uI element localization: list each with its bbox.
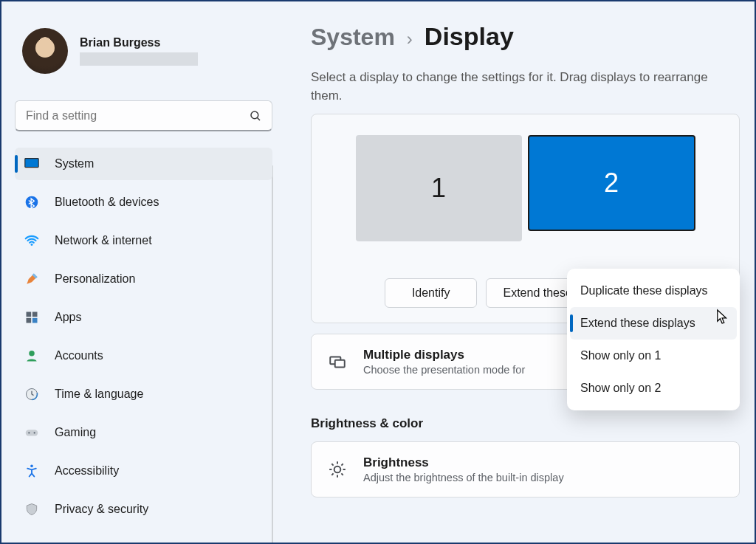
card-title: Brightness bbox=[363, 455, 564, 470]
svg-rect-8 bbox=[27, 318, 32, 323]
clock-globe-icon bbox=[24, 386, 40, 402]
sidebar-item-label: System bbox=[55, 157, 94, 171]
presentation-mode-menu: Duplicate these displays Extend these di… bbox=[567, 269, 740, 410]
search-input[interactable] bbox=[15, 100, 272, 131]
svg-rect-7 bbox=[32, 312, 38, 317]
brightness-card[interactable]: Brightness Adjust the brightness of the … bbox=[311, 441, 740, 497]
user-profile[interactable]: Brian Burgess bbox=[15, 24, 272, 78]
svg-rect-9 bbox=[32, 318, 38, 323]
user-subtext-placeholder bbox=[80, 52, 198, 66]
svg-rect-13 bbox=[26, 430, 38, 435]
sidebar-item-gaming[interactable]: Gaming bbox=[15, 416, 272, 449]
page-title: Display bbox=[425, 22, 514, 51]
display-1[interactable]: 1 bbox=[356, 135, 522, 241]
display-icon bbox=[24, 156, 40, 172]
breadcrumb-parent[interactable]: System bbox=[311, 24, 395, 51]
svg-point-19 bbox=[334, 466, 341, 473]
menu-item-duplicate[interactable]: Duplicate these displays bbox=[570, 275, 737, 307]
paintbrush-icon bbox=[24, 271, 40, 287]
sidebar-item-personalization[interactable]: Personalization bbox=[15, 263, 272, 295]
sidebar-item-label: Accessibility bbox=[55, 464, 119, 478]
svg-point-16 bbox=[30, 465, 33, 468]
chevron-right-icon: › bbox=[407, 29, 413, 49]
accessibility-icon bbox=[24, 463, 40, 479]
shield-icon bbox=[24, 501, 40, 517]
apps-icon bbox=[24, 309, 40, 326]
brightness-section-heading: Brightness & color bbox=[311, 416, 740, 431]
sidebar-item-label: Gaming bbox=[55, 426, 96, 439]
gamepad-icon bbox=[24, 424, 40, 441]
svg-point-0 bbox=[251, 111, 258, 119]
svg-point-15 bbox=[34, 432, 35, 433]
bluetooth-icon bbox=[24, 194, 40, 210]
sidebar-item-label: Personalization bbox=[55, 272, 135, 286]
multiple-displays-icon bbox=[328, 352, 347, 371]
card-title: Multiple displays bbox=[363, 348, 525, 362]
svg-rect-6 bbox=[27, 312, 32, 317]
menu-item-only-2[interactable]: Show only on 2 bbox=[570, 372, 737, 404]
menu-item-extend[interactable]: Extend these displays bbox=[570, 307, 737, 340]
avatar bbox=[22, 28, 68, 74]
svg-rect-2 bbox=[25, 159, 38, 168]
sidebar-item-apps[interactable]: Apps bbox=[15, 301, 272, 334]
sidebar-item-privacy[interactable]: Privacy & security bbox=[15, 493, 272, 526]
sidebar-item-label: Time & language bbox=[55, 388, 143, 401]
card-subtext: Adjust the brightness of the built-in di… bbox=[363, 472, 564, 483]
cursor-icon bbox=[716, 309, 729, 325]
breadcrumb: System › Display bbox=[311, 22, 740, 51]
svg-point-10 bbox=[29, 351, 35, 357]
display-canvas[interactable]: 1 2 bbox=[332, 135, 718, 241]
sidebar-item-bluetooth[interactable]: Bluetooth & devices bbox=[15, 186, 272, 218]
sidebar-nav: System Bluetooth & devices Network & int… bbox=[15, 148, 272, 531]
sidebar-item-label: Privacy & security bbox=[55, 503, 148, 516]
sidebar-item-accessibility[interactable]: Accessibility bbox=[15, 455, 272, 487]
svg-rect-18 bbox=[335, 360, 345, 368]
sidebar-item-accounts[interactable]: Accounts bbox=[15, 340, 272, 372]
search-icon bbox=[249, 109, 262, 123]
sidebar-item-label: Network & internet bbox=[55, 234, 152, 247]
svg-point-4 bbox=[26, 196, 38, 209]
sidebar-item-label: Apps bbox=[55, 311, 81, 324]
sidebar-item-time[interactable]: Time & language bbox=[15, 378, 272, 410]
sidebar-item-network[interactable]: Network & internet bbox=[15, 224, 272, 257]
display-2[interactable]: 2 bbox=[528, 135, 695, 231]
brightness-icon bbox=[328, 460, 347, 479]
user-name: Brian Burgess bbox=[80, 36, 198, 49]
svg-point-14 bbox=[28, 432, 30, 433]
display-help-text: Select a display to change the settings … bbox=[311, 69, 740, 105]
svg-line-1 bbox=[257, 117, 260, 120]
identify-button[interactable]: Identify bbox=[385, 278, 478, 308]
menu-item-only-1[interactable]: Show only on 1 bbox=[570, 340, 737, 372]
svg-point-5 bbox=[31, 244, 33, 246]
sidebar-item-system[interactable]: System bbox=[15, 148, 272, 180]
wifi-icon bbox=[24, 233, 40, 249]
card-subtext: Choose the presentation mode for bbox=[363, 364, 525, 376]
sidebar-item-label: Bluetooth & devices bbox=[55, 196, 159, 209]
sidebar-item-label: Accounts bbox=[55, 349, 103, 362]
person-icon bbox=[24, 348, 40, 364]
